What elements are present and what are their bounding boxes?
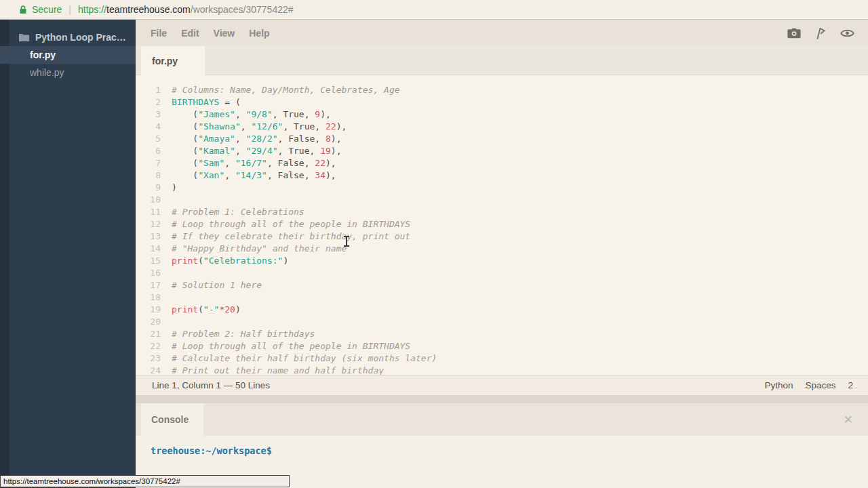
code-line[interactable]: 24# Print out their name and half birthd…: [136, 365, 868, 375]
code-line[interactable]: 7 ("Sam", "16/7", False, 22),: [136, 157, 868, 169]
panel-divider: [136, 395, 868, 403]
line-number: 18: [136, 291, 161, 304]
line-number: 6: [136, 145, 161, 157]
url-scheme: https://: [78, 4, 106, 15]
line-number: 10: [136, 194, 161, 206]
url-text[interactable]: https://teamtreehouse.com/workspaces/307…: [78, 4, 294, 15]
code-line[interactable]: 3 ("James", "9/8", True, 9),: [136, 108, 868, 121]
code-line[interactable]: 9): [136, 182, 868, 194]
text-cursor-pointer: [342, 235, 351, 247]
indent-type-selector[interactable]: Spaces: [805, 380, 835, 390]
folder-icon: [19, 33, 29, 41]
file-name: while.py: [30, 67, 64, 78]
code-line[interactable]: 19print("-"*20): [136, 304, 868, 316]
line-number: 15: [136, 255, 161, 267]
cursor-position-status: Line 1, Column 1 — 50 Lines: [136, 380, 270, 390]
menu-file[interactable]: File: [151, 28, 167, 39]
line-number: 14: [136, 243, 161, 255]
line-number: 23: [136, 352, 161, 365]
code-line[interactable]: 17# Solution 1 here: [136, 279, 868, 291]
code-line[interactable]: 18: [136, 291, 868, 304]
line-number: 8: [136, 169, 161, 182]
line-number: 13: [136, 230, 161, 243]
line-number: 24: [136, 365, 161, 375]
line-number: 21: [136, 328, 161, 340]
sidebar-item-for-py[interactable]: for.py: [0, 46, 136, 64]
code-line[interactable]: 8 ("Xan", "14/3", False, 34),: [136, 169, 868, 182]
line-number: 7: [136, 157, 161, 169]
eye-icon[interactable]: [840, 28, 854, 38]
code-line[interactable]: 4 ("Shawna", "12/6", True, 22),: [136, 121, 868, 133]
line-number: 17: [136, 279, 161, 291]
line-number: 9: [136, 182, 161, 194]
code-line[interactable]: 14# "Happy Birthday" and their name: [136, 243, 868, 255]
lock-icon[interactable]: [19, 5, 27, 14]
line-number: 11: [136, 206, 161, 218]
tab-label: for.py: [152, 56, 178, 66]
code-line[interactable]: 6 ("Kamal", "29/4", True, 19),: [136, 145, 868, 157]
code-line[interactable]: 2BIRTHDAYS = (: [136, 96, 868, 108]
code-line[interactable]: 10: [136, 194, 868, 206]
url-path: /workspaces/30775422#: [191, 4, 294, 15]
browser-status-tooltip: https://teamtreehouse.com/workspaces/307…: [0, 475, 290, 487]
code-line[interactable]: 15print("Celebrations:"): [136, 255, 868, 267]
tab-for-py[interactable]: for.py: [141, 46, 205, 75]
code-line[interactable]: 13# If they celebrate their birthday, pr…: [136, 230, 868, 243]
editor-tabstrip: for.py: [136, 46, 868, 75]
toolbar-icons: [787, 20, 854, 46]
code-lines: 1# Columns: Name, Day/Month, Celebrates,…: [136, 84, 868, 375]
line-number: 19: [136, 304, 161, 316]
close-icon[interactable]: ✕: [844, 403, 853, 436]
line-number: 3: [136, 108, 161, 121]
menu-help[interactable]: Help: [249, 28, 269, 39]
line-number: 4: [136, 121, 161, 133]
editor-statusbar: Line 1, Column 1 — 50 Lines Python Space…: [136, 375, 868, 395]
line-number: 5: [136, 133, 161, 145]
line-number: 12: [136, 218, 161, 230]
line-number: 2: [136, 96, 161, 108]
project-name: Python Loop Prac…: [35, 32, 126, 43]
line-number: 16: [136, 267, 161, 279]
project-root-item[interactable]: Python Loop Prac…: [0, 28, 136, 46]
code-line[interactable]: 21# Problem 2: Half birthdays: [136, 328, 868, 340]
browser-address-bar[interactable]: Secure | https://teamtreehouse.com/works…: [0, 0, 868, 20]
menu-view[interactable]: View: [214, 28, 235, 39]
file-name: for.py: [30, 49, 56, 60]
url-host: teamtreehouse.com: [106, 4, 191, 15]
code-line[interactable]: 1# Columns: Name, Day/Month, Celebrates,…: [136, 84, 868, 96]
language-selector[interactable]: Python: [764, 380, 793, 390]
editor-menubar: File Edit View Help: [136, 20, 868, 46]
editor-panel: File Edit View Help: [136, 20, 868, 488]
line-number: 22: [136, 340, 161, 352]
console-tabstrip: Console ✕: [136, 403, 868, 436]
code-line[interactable]: 23# Calculate their half birthday (six m…: [136, 352, 868, 365]
code-line[interactable]: 20: [136, 316, 868, 328]
code-line[interactable]: 16: [136, 267, 868, 279]
indent-size-selector[interactable]: 2: [848, 380, 853, 390]
code-line[interactable]: 11# Problem 1: Celebrations: [136, 206, 868, 218]
line-number: 20: [136, 316, 161, 328]
sidebar-item-while-py[interactable]: while.py: [0, 64, 136, 81]
menu-edit[interactable]: Edit: [181, 28, 199, 39]
camera-icon[interactable]: [787, 28, 801, 39]
sidebar-edge-strip: [0, 20, 9, 488]
file-tree-sidebar: Python Loop Prac… for.py while.py: [0, 20, 136, 488]
code-line[interactable]: 12# Loop through all of the people in BI…: [136, 218, 868, 230]
tab-console[interactable]: Console: [141, 403, 203, 436]
code-line[interactable]: 22# Loop through all of the people in BI…: [136, 340, 868, 352]
secure-label: Secure: [32, 4, 62, 15]
terminal-prompt: treehouse:~/workspace$: [136, 436, 868, 456]
fork-icon[interactable]: [815, 27, 826, 39]
console-tab-label: Console: [151, 414, 189, 425]
workspace-page: Secure | https://teamtreehouse.com/works…: [0, 0, 868, 488]
code-line[interactable]: 5 ("Amaya", "28/2", False, 8),: [136, 133, 868, 145]
url-separator: |: [68, 4, 71, 15]
code-editor[interactable]: 1# Columns: Name, Day/Month, Celebrates,…: [136, 75, 868, 375]
line-number: 1: [136, 84, 161, 96]
